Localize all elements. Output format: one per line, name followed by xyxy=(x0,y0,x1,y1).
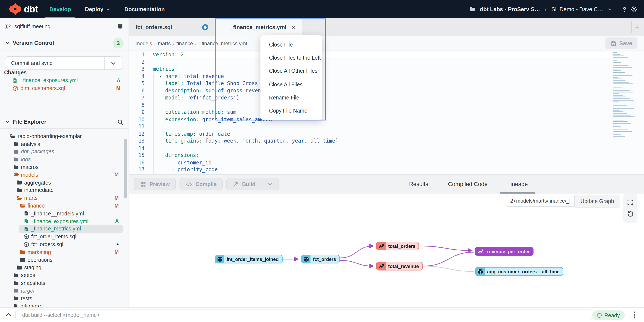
code-line-11[interactable]: 11 xyxy=(129,123,644,130)
commit-options-caret[interactable] xyxy=(104,57,122,70)
minimap-line xyxy=(613,97,626,98)
code-line-13[interactable]: 13 time_grains: [day, week, month, quart… xyxy=(129,137,644,145)
tree-item-marts[interactable]: martsM xyxy=(0,194,128,202)
tree-item-_finance_exposures.yml[interactable]: _finance_exposures.ymlA xyxy=(0,217,128,225)
panel-tab-lineage[interactable]: Lineage xyxy=(505,175,530,194)
tree-item-aggregates[interactable]: aggregates xyxy=(0,179,128,186)
help-icon[interactable]: ? xyxy=(622,6,626,13)
tree-item-snapshots[interactable]: snapshots xyxy=(0,279,128,287)
minimap-line xyxy=(613,57,628,58)
docs-book-icon[interactable] xyxy=(116,23,124,30)
tree-item-analysis[interactable]: analysis xyxy=(0,140,128,148)
code-line-9[interactable]: 9 calculation_method: sum xyxy=(129,109,644,116)
lineage-node-total_revenue[interactable]: total_revenue xyxy=(376,262,422,270)
tree-item-_finance_metrics.yml[interactable]: _finance_metrics.yml xyxy=(0,225,128,233)
code-line-2[interactable]: 2 xyxy=(129,58,644,65)
tab-fct-orders-sql[interactable]: fct_orders.sql xyxy=(129,18,215,36)
code-line-5[interactable]: 5 label: Total Jaffle Shop Gross Re xyxy=(129,80,644,87)
tree-item-fct_order_items.sql[interactable]: fct_order_items.sql xyxy=(0,233,128,240)
tree-item-_finance__models.yml[interactable]: _finance__models.yml xyxy=(0,210,128,217)
panel-tab-results[interactable]: Results xyxy=(406,175,431,194)
lineage-node-total_orders[interactable]: total_orders xyxy=(376,242,419,250)
account-name[interactable]: dbt Labs - ProServ S… xyxy=(480,6,540,12)
save-button[interactable]: Save xyxy=(606,37,638,49)
tree-item-staging[interactable]: staging xyxy=(0,264,128,271)
breadcrumb-item[interactable]: marts xyxy=(158,41,171,46)
tree-item-intermediate[interactable]: intermediate xyxy=(0,186,128,194)
breadcrumb-item[interactable]: finance xyxy=(176,41,193,46)
tab-finance-metrics-yml[interactable]: _finance_metrics.yml ✕ xyxy=(215,19,302,36)
scrollbar-thumb[interactable] xyxy=(124,139,127,198)
nav-item-develop[interactable]: Develop xyxy=(50,0,71,18)
search-icon[interactable] xyxy=(117,119,124,125)
update-graph-button[interactable]: Update Graph xyxy=(575,195,620,207)
tree-item-operations[interactable]: operations xyxy=(0,256,128,264)
file-explorer-header[interactable]: File Explorer xyxy=(0,116,128,128)
menu-item-close-all-files[interactable]: Close All Files xyxy=(260,78,322,91)
code-line-8[interactable]: 8 xyxy=(129,101,644,109)
commit-and-sync-button[interactable]: Commit and sync xyxy=(5,56,122,70)
menu-item-close-all-other-files[interactable]: Close All Other Files xyxy=(260,64,322,78)
lineage-canvas[interactable]: Update Graph xyxy=(129,194,644,307)
dbt-logo[interactable]: dbt xyxy=(9,3,38,15)
tree-item-dbt_packages[interactable]: dbt_packages xyxy=(0,148,128,155)
changed-file-_finance_exposures.yml[interactable]: _finance_exposures.yml A xyxy=(0,77,128,84)
nav-item-documentation[interactable]: Documentation xyxy=(124,0,165,18)
menu-item-close-file[interactable]: Close File xyxy=(260,38,322,51)
tree-item-fct_orders.sql[interactable]: fct_orders.sql• xyxy=(0,240,128,248)
code-line-7[interactable]: 7 model: ref('fct_orders') xyxy=(129,94,644,101)
lineage-node-fct_orders[interactable]: fct_orders xyxy=(301,255,340,263)
code-line-4[interactable]: 4 - name: total_revenue xyxy=(129,73,644,80)
tree-item-macros[interactable]: macros xyxy=(0,163,128,171)
code-line-10[interactable]: 10 expression: gross_item_sales_amount xyxy=(129,116,644,123)
tree-item-marketing[interactable]: marketingM xyxy=(0,248,128,256)
tree-item-models[interactable]: modelsM xyxy=(0,171,128,179)
lineage-node-agg_customer_orders__all_time[interactable]: agg_customer_orders__all_time xyxy=(475,267,563,276)
breadcrumb-item[interactable]: _finance_metrics.yml xyxy=(199,41,247,46)
reset-view-icon[interactable] xyxy=(627,211,634,218)
dbt-command-input[interactable] xyxy=(15,309,594,320)
breadcrumb-item[interactable]: models xyxy=(136,41,152,46)
compile-button[interactable]: Compile xyxy=(180,178,223,190)
close-icon[interactable]: ✕ xyxy=(291,24,296,31)
menu-item-copy-file-name[interactable]: Copy File Name xyxy=(260,104,322,118)
code-line-1[interactable]: 1version: 2 xyxy=(129,51,644,58)
code-editor[interactable]: 1version: 223metrics:4 - name: total_rev… xyxy=(129,51,644,174)
code-line-6[interactable]: 6 description: sum of gross revenue xyxy=(129,87,644,94)
nav-item-deploy[interactable]: Deploy xyxy=(85,0,110,18)
lineage-selector-input[interactable] xyxy=(506,195,575,207)
tree-item-rapid-onboarding-exemplar[interactable]: rapid-onboarding-exemplar xyxy=(0,132,128,140)
tree-item-target[interactable]: target xyxy=(0,287,128,294)
menu-item-rename-file[interactable]: Rename File xyxy=(260,91,322,104)
project-name[interactable]: SL Demo - Dave C… xyxy=(552,6,603,12)
code-line-16[interactable]: 16 - customer_id xyxy=(129,159,644,166)
more-options-kebab-icon[interactable] xyxy=(633,311,636,318)
build-button[interactable]: Build xyxy=(226,178,279,190)
menu-item-close-files-to-the-left[interactable]: Close Files to the Left xyxy=(260,51,322,64)
build-options-caret[interactable] xyxy=(263,178,273,190)
lineage-node-revenue_per_order[interactable]: revenue_per_order xyxy=(475,247,534,255)
tree-item-tests[interactable]: tests xyxy=(0,294,128,302)
expand-panel-chevron-icon[interactable] xyxy=(5,311,12,318)
settings-gear-icon[interactable] xyxy=(630,6,638,13)
git-branch-row[interactable]: sqlfluff-meeting xyxy=(0,18,128,35)
code-line-14[interactable]: 14 xyxy=(129,145,644,152)
preview-button[interactable]: Preview xyxy=(134,178,176,190)
minimap[interactable] xyxy=(613,52,638,160)
panel-tab-compiled-code[interactable]: Compiled Code xyxy=(446,175,490,194)
code-line-12[interactable]: 12 timestamp: order_date xyxy=(129,130,644,137)
new-tab-button[interactable]: + xyxy=(632,18,642,36)
lineage-node-int_order_items_joined[interactable]: int_order_items_joined xyxy=(215,255,282,263)
project-caret-icon[interactable] xyxy=(607,7,612,11)
doc-icon xyxy=(23,218,29,224)
tree-item-logs[interactable]: logs xyxy=(0,155,128,163)
code-line-3[interactable]: 3metrics: xyxy=(129,65,644,73)
code-line-17[interactable]: 17 - priority_code xyxy=(129,166,644,173)
tree-item-seeds[interactable]: seeds xyxy=(0,271,128,279)
code-line-15[interactable]: 15 dimensions: xyxy=(129,152,644,159)
version-control-header[interactable]: Version Control 2 xyxy=(0,35,128,51)
tree-item-finance[interactable]: financeM xyxy=(0,202,128,210)
fullscreen-icon[interactable] xyxy=(627,199,633,205)
tree-item-gitignore[interactable]: gitignore xyxy=(0,302,128,307)
changed-file-dim_customers.sql[interactable]: dim_customers.sql M xyxy=(0,84,128,92)
